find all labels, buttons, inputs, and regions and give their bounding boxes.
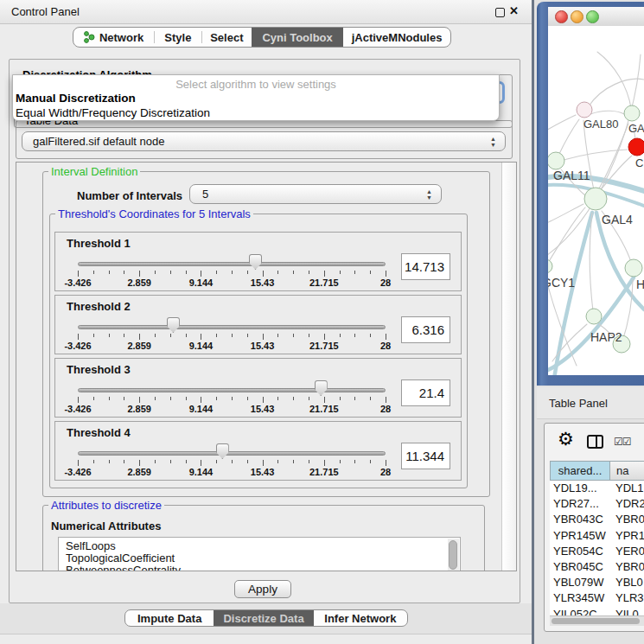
table-row[interactable]: YBR045CYBR0 (550, 560, 644, 577)
table-panel-title: Table Panel (549, 397, 608, 410)
network-node[interactable] (548, 259, 552, 273)
tick-mark (78, 271, 79, 277)
bottom-tab-infer-network[interactable]: Infer Network (314, 610, 407, 626)
tick-mark (216, 334, 217, 337)
column-header[interactable]: na (610, 461, 644, 481)
dropdown-option[interactable]: Manual Discretization (16, 92, 136, 105)
screen: Control Panel ✕ NetworkStyleSelectCyni T… (0, 0, 644, 644)
threshold-value-field[interactable]: 21.4 (401, 379, 450, 406)
dropdown-option[interactable]: Equal Width/Frequency Discretization (16, 106, 210, 119)
bottom-tab-impute-data[interactable]: Impute Data (125, 610, 214, 626)
checkboxes-icon[interactable]: ☑☑ (614, 436, 631, 448)
slider-thumb[interactable] (249, 254, 262, 270)
tick-mark (201, 460, 201, 466)
tick-mark (247, 271, 248, 274)
list-scrollbar-thumb[interactable] (449, 540, 457, 570)
tick-mark (186, 334, 187, 337)
slider-track[interactable] (78, 388, 386, 392)
tick-mark (386, 460, 386, 466)
network-canvas[interactable]: GAL80GACGAL11GAL4HGCY1HAP2 (548, 26, 644, 375)
number-of-intervals-combo[interactable]: 5 ▲▼ (189, 184, 442, 204)
tick-mark (263, 460, 264, 466)
tick-mark (186, 397, 187, 400)
minimize-traffic-light[interactable] (571, 10, 583, 23)
threshold-label: Threshold 1 (67, 237, 131, 250)
threshold-value-field[interactable]: 11.344 (401, 443, 450, 469)
network-window-titlebar[interactable] (548, 7, 644, 27)
table-row[interactable]: YDR27...YDR2 (550, 497, 644, 513)
slider-track[interactable] (78, 451, 386, 456)
tick-mark (293, 397, 294, 400)
close-icon[interactable]: ✕ (509, 4, 519, 17)
slider-track[interactable] (78, 262, 386, 266)
tab-cyni-toolbox[interactable]: Cyni Toolbox (252, 28, 343, 47)
network-icon (84, 31, 95, 43)
cell-shared-name: YDR27... (553, 497, 599, 510)
tick-mark (340, 334, 341, 337)
numerical-attributes-label: Numerical Attributes (51, 520, 161, 532)
table-row[interactable]: YIL052CYIL0 (550, 608, 644, 615)
tick-label: -3.426 (56, 341, 99, 351)
slider-thumb[interactable] (167, 317, 180, 333)
cell-name: YBR0 (615, 513, 644, 526)
table-row[interactable]: YBL079WYBL0 (550, 576, 644, 592)
table-data-combo[interactable]: galFiltered.sif default node ▲▼ (22, 131, 506, 151)
network-node[interactable] (628, 138, 644, 156)
tick-mark (170, 334, 171, 337)
tab-select[interactable]: Select (202, 28, 252, 47)
tab-jactivemnodules[interactable]: jActiveMNodules (343, 28, 450, 47)
network-node[interactable] (584, 188, 607, 210)
tick-mark (277, 460, 278, 463)
numerical-attributes-list[interactable]: SelfLoopsTopologicalCoefficientBetweenne… (58, 537, 461, 571)
threshold-value-field[interactable]: 14.713 (401, 253, 450, 280)
vertical-scrollbar[interactable] (501, 163, 517, 571)
zoom-traffic-light[interactable] (586, 10, 599, 23)
tick-mark (370, 460, 371, 463)
horizontal-scrollbar[interactable] (550, 615, 644, 626)
table-row[interactable]: YBR043CYBR0 (550, 513, 644, 529)
horizontal-scrollbar-thumb[interactable] (552, 618, 640, 624)
close-traffic-light[interactable] (555, 10, 568, 23)
tick-mark (232, 397, 233, 400)
threshold-value-field[interactable]: 6.316 (401, 316, 450, 343)
network-node[interactable] (577, 102, 592, 118)
network-node[interactable] (548, 152, 564, 169)
columns-icon[interactable] (587, 435, 603, 449)
node-label: GCY1 (548, 276, 575, 290)
cell-shared-name: YPR145W (553, 529, 606, 542)
float-panel-icon[interactable] (495, 8, 505, 17)
table-row[interactable]: YPR145WYPR1 (550, 529, 644, 545)
tick-mark (139, 460, 140, 466)
attribute-item[interactable]: BetweennessCentrality (66, 564, 181, 571)
network-node[interactable] (586, 309, 602, 324)
list-scrollbar[interactable] (448, 539, 459, 571)
attributes-group-title: Attributes to discretize (48, 499, 164, 512)
tab-style[interactable]: Style (155, 28, 201, 47)
algorithm-dropdown-popup: Select algorithm to view settings Manual… (12, 74, 500, 121)
network-node[interactable] (625, 259, 642, 277)
threshold-panel: Threshold 4-3.4262.8599.14415.4321.71528… (54, 421, 462, 481)
apply-button[interactable]: Apply (234, 580, 291, 598)
tick-mark (309, 334, 309, 337)
table-row[interactable]: YDL19...YDL1 (550, 481, 644, 498)
gear-icon[interactable]: ⚙ (558, 430, 574, 448)
tick-mark (340, 271, 341, 274)
column-header[interactable]: shared... (550, 461, 610, 481)
network-node[interactable] (624, 105, 640, 121)
combo-stepper-icon: ▲▼ (489, 136, 497, 148)
tick-label: -3.426 (56, 404, 99, 414)
attribute-item[interactable]: SelfLoops (66, 539, 116, 552)
bottom-tab-discretize-data[interactable]: Discretize Data (214, 610, 313, 626)
slider-track[interactable] (78, 325, 386, 329)
tick-mark (232, 334, 233, 337)
attribute-item[interactable]: TopologicalCoefficient (66, 552, 175, 564)
table-row[interactable]: YLR345WYLR3 (550, 591, 644, 608)
tick-mark (170, 460, 171, 463)
cell-shared-name: YER054C (553, 545, 603, 558)
slider-thumb[interactable] (216, 443, 229, 459)
tick-mark (124, 271, 124, 274)
slider-thumb[interactable] (315, 380, 328, 396)
tab-network[interactable]: Network (73, 28, 154, 47)
tick-mark (155, 460, 156, 463)
table-row[interactable]: YER054CYER0 (550, 545, 644, 561)
